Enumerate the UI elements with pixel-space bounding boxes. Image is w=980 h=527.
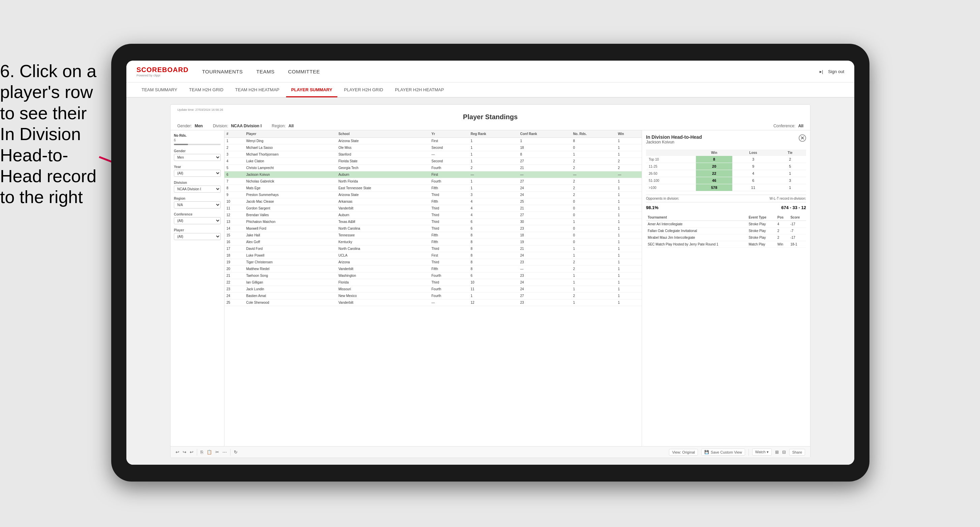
- cell-conf: 1: [518, 138, 571, 144]
- table-row[interactable]: 19 Tiger Christensen Arizona Third 8 23 …: [224, 259, 642, 266]
- region-select[interactable]: N/A: [174, 202, 221, 208]
- cell-rds: 2: [571, 259, 616, 266]
- cell-school: Arizona: [336, 259, 430, 266]
- cell-reg: 10: [468, 279, 518, 286]
- table-row[interactable]: 9 Preston Summerhays Arizona State Third…: [224, 192, 642, 198]
- paste-icon[interactable]: 📋: [207, 449, 212, 455]
- forward-icon[interactable]: ↩: [190, 449, 193, 455]
- tab-player-h2h-heatmap[interactable]: PLAYER H2H HEATMAP: [390, 83, 449, 97]
- standings-table-area: # Player School Yr Reg Rank Conf Rank No…: [224, 130, 642, 446]
- cell-rds: 2: [571, 158, 616, 165]
- sign-out-button[interactable]: Sign out: [828, 69, 844, 74]
- table-row[interactable]: 1 Wenyi Ding Arizona State First 1 1 8 1: [224, 138, 642, 144]
- table-row[interactable]: 23 Jack Lundin Missouri Fourth 11 24 1 1: [224, 286, 642, 293]
- nav-committee[interactable]: COMMITTEE: [288, 67, 320, 76]
- refresh-icon[interactable]: ↻: [234, 449, 238, 455]
- tab-team-summary[interactable]: TEAM SUMMARY: [137, 83, 182, 97]
- table-row[interactable]: 3 Michael Thorbjornsen Stanford — 1 8 1 …: [224, 151, 642, 158]
- cell-rds: 1: [571, 286, 616, 293]
- h2h-win: 578: [696, 184, 732, 191]
- cell-player: Tiger Christensen: [244, 259, 337, 266]
- tab-player-summary[interactable]: PLAYER SUMMARY: [286, 83, 337, 97]
- table-row[interactable]: 14 Maxwell Ford North Carolina Third 6 2…: [224, 225, 642, 232]
- cell-conf: 18: [518, 232, 571, 239]
- table-row[interactable]: 21 Taehoon Song Washington Fourth 6 23 1…: [224, 272, 642, 279]
- table-row[interactable]: 15 Jake Hall Tennessee Fifth 8 18 0 1: [224, 232, 642, 239]
- table-row[interactable]: 4 Luke Claton Florida State Second 1 27 …: [224, 158, 642, 165]
- cell-rds: 0: [571, 198, 616, 205]
- cell-num: 11: [224, 205, 244, 212]
- cell-reg: 1: [468, 293, 518, 299]
- cell-yr: Third: [430, 205, 468, 212]
- table-row[interactable]: 6 Jackson Koivun Auburn First — — — —: [224, 171, 642, 178]
- cell-school: UCLA: [336, 252, 430, 259]
- table-row[interactable]: 5 Christo Lamprecht Georgia Tech Fourth …: [224, 165, 642, 171]
- table-row[interactable]: 18 Luke Powell UCLA First 8 24 1 1: [224, 252, 642, 259]
- gender-select[interactable]: Men: [174, 154, 221, 161]
- cell-school: Arizona State: [336, 138, 430, 144]
- cell-rds: 1: [571, 151, 616, 158]
- cell-yr: Third: [430, 192, 468, 198]
- grid-icon[interactable]: ⊟: [782, 449, 786, 455]
- cell-yr: Fifth: [430, 266, 468, 272]
- cell-rds: 2: [571, 165, 616, 171]
- tab-team-h2h-grid[interactable]: TEAM H2H GRID: [184, 83, 229, 97]
- table-row[interactable]: 17 David Ford North Carolina Third 8 21 …: [224, 246, 642, 252]
- cell-school: Arkansas: [336, 198, 430, 205]
- cell-reg: 1: [468, 178, 518, 185]
- table-row[interactable]: 25 Cole Sherwood Vanderbilt — 12 23 1 1: [224, 299, 642, 306]
- opponents-row: Opponents in division: W-L-T record in-d…: [646, 195, 806, 202]
- tourn-name: SEC Match Play Hosted by Jerry Pate Roun…: [646, 241, 747, 248]
- table-row[interactable]: 8 Mats Ege East Tennessee State Fifth 1 …: [224, 185, 642, 192]
- share-btn[interactable]: Share: [789, 449, 805, 456]
- undo-icon[interactable]: ↩: [176, 449, 179, 455]
- copy-icon[interactable]: ⎘: [200, 449, 203, 455]
- player-select[interactable]: (All): [174, 233, 221, 240]
- h2h-close-button[interactable]: ✕: [799, 134, 806, 142]
- cell-num: 24: [224, 293, 244, 299]
- table-row[interactable]: 11 Gordon Sargent Vanderbilt Third 4 21 …: [224, 205, 642, 212]
- cell-yr: Fourth: [430, 293, 468, 299]
- nav-teams[interactable]: TEAMS: [256, 67, 275, 76]
- nav-tournaments[interactable]: TOURNAMENTS: [202, 67, 243, 76]
- table-row[interactable]: 22 Ian Gilligan Florida Third 10 24 1 1: [224, 279, 642, 286]
- view-original-btn[interactable]: View: Original: [669, 449, 698, 456]
- no-rds-slider[interactable]: [174, 144, 221, 145]
- tab-team-h2h-heatmap[interactable]: TEAM H2H HEATMAP: [230, 83, 285, 97]
- cell-yr: Fifth: [430, 185, 468, 192]
- region-filter-section: Region N/A: [174, 197, 221, 208]
- tourn-col-name: Tournament: [646, 214, 747, 221]
- division-select[interactable]: NCAA Division I: [174, 186, 221, 193]
- redo-icon[interactable]: ↪: [183, 449, 186, 455]
- save-custom-btn[interactable]: 💾 Save Custom View: [701, 449, 745, 456]
- watch-btn[interactable]: Watch ▾: [752, 449, 772, 456]
- table-row[interactable]: 10 Jacob Mac Clease Arkansas Fifth 4 25 …: [224, 198, 642, 205]
- cell-num: 17: [224, 246, 244, 252]
- table-row[interactable]: 12 Brendan Valles Auburn Third 4 27 0 1: [224, 212, 642, 219]
- h2h-tbody: Top 10 8 3 2 11-25 20 9 5 26-50 22 4 1 5…: [646, 156, 806, 191]
- table-row[interactable]: 20 Matthew Riedel Vanderbilt Fifth 8 — 2…: [224, 266, 642, 272]
- cell-conf: 24: [518, 286, 571, 293]
- cut-icon[interactable]: ✂: [215, 449, 219, 455]
- dots-icon[interactable]: ⋯: [223, 449, 227, 455]
- cell-yr: Fourth: [430, 165, 468, 171]
- h2h-panel: In Division Head-to-Head Jackson Koivun …: [642, 130, 810, 446]
- table-row[interactable]: 7 Nicholas Gabrelcik North Florida Fourt…: [224, 178, 642, 185]
- logo-subtitle: Powered by clippi: [137, 74, 188, 77]
- conference-select[interactable]: (All): [174, 217, 221, 224]
- cell-player: Alex Goff: [244, 239, 337, 246]
- cell-num: 18: [224, 252, 244, 259]
- table-row[interactable]: 24 Bastien Amat New Mexico Fourth 1 27 2…: [224, 293, 642, 299]
- year-select[interactable]: (All): [174, 170, 221, 177]
- table-row[interactable]: 13 Phichaksn Maichon Texas A&M Third 6 3…: [224, 219, 642, 225]
- cell-rds: 0: [571, 239, 616, 246]
- cell-yr: First: [430, 252, 468, 259]
- layout-icon[interactable]: ⊞: [775, 449, 779, 455]
- cell-reg: 12: [468, 299, 518, 306]
- table-row[interactable]: 16 Alex Goff Kentucky Fifth 8 19 0 1: [224, 239, 642, 246]
- tab-player-h2h-grid[interactable]: PLAYER H2H GRID: [339, 83, 388, 97]
- table-row[interactable]: 2 Michael La Sasso Ole Miss Second 1 18 …: [224, 144, 642, 151]
- col-no-rds: No. Rds.: [571, 130, 616, 138]
- cell-reg: 4: [468, 205, 518, 212]
- panel-body: No Rds. 6 Gender Men: [170, 130, 810, 446]
